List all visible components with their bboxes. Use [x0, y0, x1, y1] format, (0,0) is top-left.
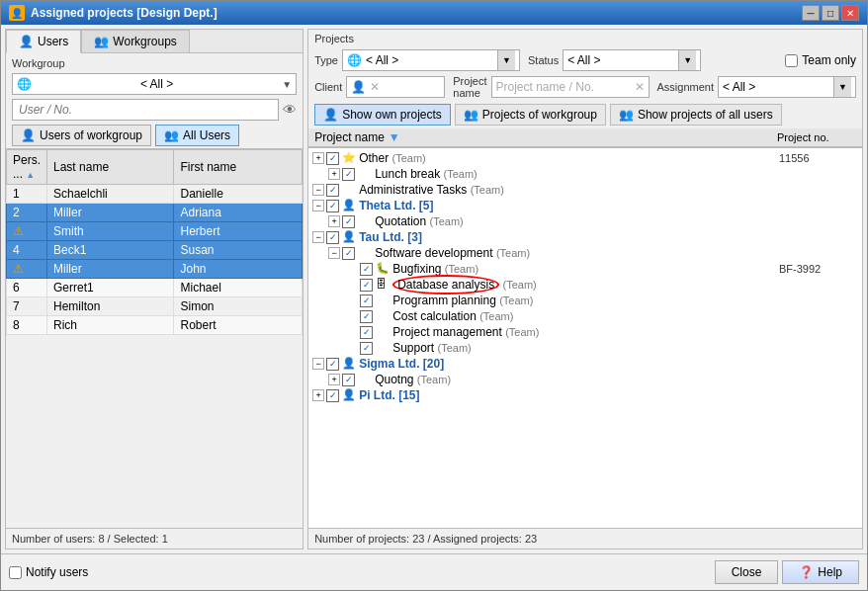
- tree-area[interactable]: +✓⭐Other (Team)11556+✓Lunch break (Team)…: [308, 147, 862, 528]
- project-name: Tau Ltd. [3]: [359, 230, 779, 244]
- workgroup-arrow: ▼: [282, 79, 292, 90]
- tab-workgroups[interactable]: 👥 Workgroups: [81, 30, 189, 52]
- tree-checkbox[interactable]: ✓: [360, 263, 373, 276]
- tree-row[interactable]: +✓Quotng (Team): [310, 372, 860, 387]
- tree-row[interactable]: −✓👤Theta Ltd. [5]: [310, 198, 860, 213]
- tree-checkbox[interactable]: ✓: [326, 231, 339, 244]
- type-combo[interactable]: 🌐 < All > ▼: [342, 49, 520, 71]
- tree-checkbox[interactable]: ✓: [326, 200, 339, 212]
- expand-button[interactable]: +: [312, 152, 324, 164]
- tree-checkbox[interactable]: ✓: [342, 247, 355, 260]
- col-num[interactable]: Pers. ... ▲: [7, 150, 47, 185]
- team-only-checkbox[interactable]: [785, 54, 798, 67]
- tree-row[interactable]: +✓⭐Other (Team)11556: [310, 150, 860, 166]
- tree-row[interactable]: +✓👤Pi Ltd. [15]: [310, 387, 860, 403]
- tree-row[interactable]: +✓Lunch break (Team): [310, 166, 860, 182]
- help-button[interactable]: ❓ Help: [782, 560, 859, 584]
- minimize-button[interactable]: ─: [802, 5, 820, 21]
- person-icon: 👤: [342, 199, 356, 212]
- tree-checkbox[interactable]: ✓: [360, 326, 373, 339]
- project-name: Database analysis (Team): [392, 278, 779, 292]
- client-field[interactable]: 👤 ✕: [346, 76, 445, 98]
- project-icon: [342, 183, 356, 197]
- all-users-button[interactable]: 👥 All Users: [155, 125, 239, 146]
- tree-checkbox[interactable]: ✓: [360, 295, 373, 307]
- expand-button[interactable]: +: [328, 215, 340, 227]
- col-lastname[interactable]: Last name: [47, 150, 174, 185]
- tree-checkbox[interactable]: ✓: [360, 310, 373, 323]
- tree-row[interactable]: ✓Programm planning (Team): [310, 293, 860, 308]
- type-status-row: Type 🌐 < All > ▼ Status < All > ▼: [308, 47, 862, 73]
- project-tabs: 👤 Show own projects 👥 Projects of workgr…: [308, 101, 862, 128]
- tree-checkbox[interactable]: ✓: [342, 168, 355, 181]
- cell-num: ⚠: [7, 260, 47, 279]
- tree-checkbox[interactable]: ✓: [360, 279, 373, 292]
- expand-button[interactable]: +: [328, 374, 340, 385]
- assignment-combo[interactable]: < All > ▼: [718, 76, 856, 98]
- table-row[interactable]: 1SchaelchliDanielle: [7, 185, 303, 204]
- user-input[interactable]: [12, 99, 279, 121]
- table-row[interactable]: ⚠MillerJohn: [7, 260, 303, 279]
- expand-button[interactable]: −: [312, 231, 324, 243]
- tab-all-projects[interactable]: 👥 Show projects of all users: [610, 104, 782, 126]
- notify-label: Notify users: [26, 565, 88, 579]
- users-of-workgroup-button[interactable]: 👤 Users of workgroup: [12, 125, 151, 146]
- tree-row[interactable]: ✓🐛Bugfixing (Team)BF-3992: [310, 261, 860, 277]
- table-row[interactable]: 6Gerret1Michael: [7, 279, 303, 297]
- table-row[interactable]: 8RichRobert: [7, 316, 303, 335]
- left-footer: Number of users: 8 / Selected: 1: [6, 528, 303, 549]
- tree-row[interactable]: ✓Project management (Team): [310, 324, 860, 340]
- tree-row[interactable]: −✓Administrative Tasks (Team): [310, 182, 860, 198]
- expand-button[interactable]: −: [328, 247, 340, 259]
- project-name: Support (Team): [392, 341, 779, 355]
- expand-button[interactable]: −: [312, 200, 324, 211]
- status-combo[interactable]: < All > ▼: [563, 49, 701, 71]
- tree-checkbox[interactable]: ✓: [342, 374, 355, 386]
- tree-checkbox[interactable]: ✓: [342, 215, 355, 228]
- maximize-button[interactable]: □: [822, 5, 839, 21]
- star-icon: ⭐: [342, 151, 356, 165]
- cell-lastname: Hemilton: [47, 297, 174, 316]
- expand-button[interactable]: −: [312, 184, 324, 196]
- tree-row[interactable]: ✓Support (Team): [310, 340, 860, 356]
- tree-checkbox[interactable]: ✓: [326, 358, 339, 371]
- cell-lastname: Rich: [47, 316, 174, 335]
- expand-button[interactable]: +: [328, 168, 340, 180]
- bug-icon: 🐛: [376, 262, 390, 276]
- assignment-arrow[interactable]: ▼: [833, 77, 851, 97]
- table-row[interactable]: 4Beck1Susan: [7, 241, 303, 260]
- cell-num: 6: [7, 279, 47, 297]
- status-combo-arrow[interactable]: ▼: [678, 50, 696, 70]
- tree-checkbox[interactable]: ✓: [326, 184, 339, 197]
- table-row[interactable]: 7HemiltonSimon: [7, 297, 303, 316]
- team-tag: (Team): [496, 247, 530, 259]
- globe-icon2: 🌐: [347, 53, 362, 67]
- table-row[interactable]: 2MillerAdriana: [7, 204, 303, 222]
- tree-checkbox[interactable]: ✓: [326, 152, 339, 165]
- tab-users[interactable]: 👤 Users: [6, 30, 81, 53]
- tab-workgroup-projects[interactable]: 👥 Projects of workgroup: [455, 104, 606, 126]
- workgroup-dropdown[interactable]: 🌐 < All > ▼: [12, 73, 297, 95]
- col-firstname[interactable]: First name: [174, 150, 303, 185]
- user-input-row: 👁: [6, 97, 303, 123]
- tab-show-own[interactable]: 👤 Show own projects: [314, 104, 451, 126]
- type-combo-arrow[interactable]: ▼: [497, 50, 515, 70]
- close-window-button[interactable]: ✕: [841, 5, 859, 21]
- tree-checkbox[interactable]: ✓: [326, 389, 339, 402]
- project-name: Sigma Ltd. [20]: [359, 357, 779, 371]
- team-tag: (Team): [503, 279, 537, 291]
- expand-button[interactable]: −: [312, 358, 324, 370]
- close-button[interactable]: Close: [715, 560, 779, 584]
- table-row[interactable]: ⚠SmithHerbert: [7, 222, 303, 241]
- projname-field[interactable]: Project name / No. ✕: [491, 76, 650, 98]
- tree-row[interactable]: −✓👤Tau Ltd. [3]: [310, 229, 860, 245]
- tree-row[interactable]: ✓🗄Database analysis (Team): [310, 277, 860, 293]
- tree-row[interactable]: −✓👤Sigma Ltd. [20]: [310, 356, 860, 372]
- tree-row[interactable]: ✓Cost calculation (Team): [310, 308, 860, 324]
- tree-row[interactable]: +✓Quotation (Team): [310, 213, 860, 229]
- tree-row[interactable]: −✓Software development (Team): [310, 245, 860, 261]
- expand-button[interactable]: +: [312, 389, 324, 401]
- notify-checkbox[interactable]: [9, 566, 22, 579]
- tree-checkbox[interactable]: ✓: [360, 342, 373, 355]
- left-tabs: 👤 Users 👥 Workgroups: [6, 30, 303, 53]
